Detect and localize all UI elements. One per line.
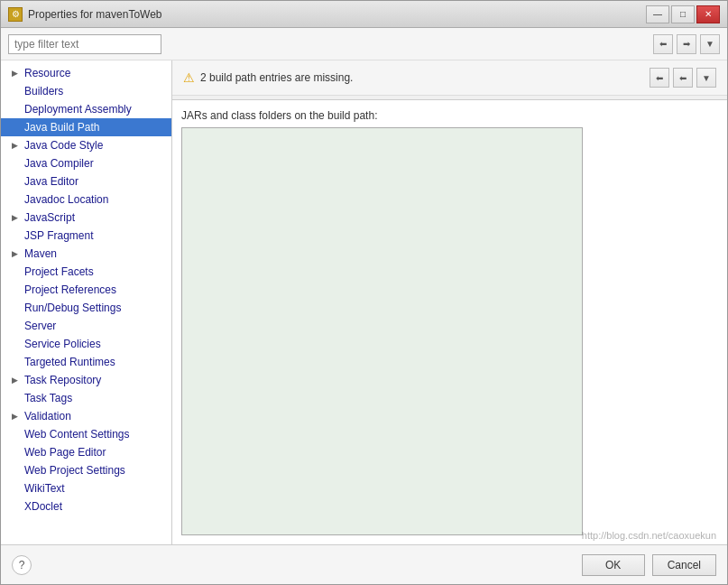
sidebar-item-java-build-path[interactable]: Java Build Path xyxy=(1,118,171,136)
sidebar-item-label: Project References xyxy=(24,283,116,296)
sidebar-item-resource[interactable]: ▶Resource xyxy=(1,64,171,82)
sidebar-item-label: Validation xyxy=(24,410,71,422)
sidebar-item-label: Server xyxy=(24,320,56,332)
help-button[interactable]: ? xyxy=(12,555,32,575)
warning-next-button[interactable]: ⬅ xyxy=(673,68,693,88)
sidebar-item-label: Web Content Settings xyxy=(24,428,130,441)
dropdown-button[interactable]: ▼ xyxy=(700,34,720,54)
sidebar-item-wikitext[interactable]: WikiText xyxy=(1,479,171,497)
sidebar-item-deployment-assembly[interactable]: Deployment Assembly xyxy=(1,100,171,118)
back-button[interactable]: ⬅ xyxy=(653,34,673,54)
sidebar-item-label: WikiText xyxy=(24,482,65,495)
sidebar-item-task-repository[interactable]: ▶Task Repository xyxy=(1,371,171,389)
forward-button[interactable]: ➡ xyxy=(677,34,696,54)
sidebar-item-maven[interactable]: ▶Maven xyxy=(1,245,171,263)
sidebar-item-task-tags[interactable]: Task Tags xyxy=(1,389,171,407)
sidebar-item-jsp-fragment[interactable]: JSP Fragment xyxy=(1,227,171,245)
sidebar-item-project-facets[interactable]: Project Facets xyxy=(1,263,171,281)
sidebar-item-web-page-editor[interactable]: Web Page Editor xyxy=(1,443,171,461)
tree-panel xyxy=(181,127,583,535)
sidebar-item-xdoclet[interactable]: XDoclet xyxy=(1,497,171,515)
panel-label: JARs and class folders on the build path… xyxy=(181,109,718,122)
warning-icon: ⚠ xyxy=(183,70,195,85)
sidebar-item-label: Run/Debug Settings xyxy=(24,302,121,314)
warning-text: ⚠ 2 build path entries are missing. xyxy=(183,70,353,85)
sidebar-item-label: Web Project Settings xyxy=(24,464,125,477)
warning-bar: ⚠ 2 build path entries are missing. ⬅ ⬅ … xyxy=(172,60,727,96)
sidebar-item-label: Web Page Editor xyxy=(24,446,106,459)
main-window: ⚙ Properties for mavenToWeb — □ ✕ ⬅ ➡ ▼ … xyxy=(0,0,728,585)
sidebar-item-builders[interactable]: Builders xyxy=(1,82,171,100)
expand-arrow: ▶ xyxy=(12,69,21,78)
title-bar-left: ⚙ Properties for mavenToWeb xyxy=(8,7,162,22)
sidebar-item-project-references[interactable]: Project References xyxy=(1,281,171,299)
close-button[interactable]: ✕ xyxy=(696,5,720,23)
sidebar: ▶Resource Builders Deployment Assembly J… xyxy=(1,60,172,544)
title-bar-controls: — □ ✕ xyxy=(646,5,720,23)
sidebar-item-label: JavaScript xyxy=(24,211,75,224)
footer-left: ? xyxy=(12,555,32,575)
sidebar-item-java-code-style[interactable]: ▶Java Code Style xyxy=(1,136,171,154)
footer-right: OK Cancel xyxy=(582,554,716,576)
footer: ? OK Cancel xyxy=(1,544,727,584)
sidebar-item-web-content-settings[interactable]: Web Content Settings xyxy=(1,425,171,443)
cancel-button[interactable]: Cancel xyxy=(652,554,716,576)
sidebar-item-label: XDoclet xyxy=(24,500,62,513)
sidebar-item-java-editor[interactable]: Java Editor xyxy=(1,172,171,190)
expand-arrow: ▶ xyxy=(12,213,21,222)
sidebar-item-javascript[interactable]: ▶JavaScript xyxy=(1,209,171,227)
sidebar-item-run-debug-settings[interactable]: Run/Debug Settings xyxy=(1,299,171,317)
warning-prev-button[interactable]: ⬅ xyxy=(650,68,669,88)
sidebar-item-javadoc-location[interactable]: Javadoc Location xyxy=(1,190,171,209)
sidebar-item-label: Deployment Assembly xyxy=(24,103,132,116)
expand-arrow: ▶ xyxy=(12,412,21,421)
toolbar: ⬅ ➡ ▼ xyxy=(1,28,727,60)
sidebar-item-label: Service Policies xyxy=(24,338,101,350)
sidebar-item-java-compiler[interactable]: Java Compiler xyxy=(1,154,171,172)
sidebar-item-label: Java Compiler xyxy=(24,157,94,170)
sidebar-item-label: Java Code Style xyxy=(24,139,103,152)
sidebar-item-label: Resource xyxy=(24,67,70,79)
maximize-button[interactable]: □ xyxy=(671,5,695,23)
sidebar-item-service-policies[interactable]: Service Policies xyxy=(1,335,171,353)
ok-button[interactable]: OK xyxy=(582,554,645,576)
expand-arrow: ▶ xyxy=(12,249,21,258)
warning-message: 2 build path entries are missing. xyxy=(200,71,353,84)
main-content: ▶Resource Builders Deployment Assembly J… xyxy=(1,60,727,544)
warning-dropdown-button[interactable]: ▼ xyxy=(696,68,716,88)
right-panel: ⚠ 2 build path entries are missing. ⬅ ⬅ … xyxy=(172,60,727,544)
sidebar-item-label: Project Facets xyxy=(24,265,94,278)
warning-nav: ⬅ ⬅ ▼ xyxy=(650,68,716,88)
sidebar-item-web-project-settings[interactable]: Web Project Settings xyxy=(1,461,171,479)
filter-input[interactable] xyxy=(8,34,161,54)
app-icon: ⚙ xyxy=(8,7,23,22)
sidebar-item-label: Maven xyxy=(24,247,57,260)
sidebar-item-label: Builders xyxy=(24,85,63,98)
sidebar-item-label: JSP Fragment xyxy=(24,229,93,242)
expand-arrow: ▶ xyxy=(12,141,21,150)
build-path-area xyxy=(181,127,718,535)
action-buttons xyxy=(592,127,718,535)
minimize-button[interactable]: — xyxy=(646,5,669,23)
panel-content: JARs and class folders on the build path… xyxy=(172,100,727,544)
sidebar-item-server[interactable]: Server xyxy=(1,317,171,335)
sidebar-item-label: Javadoc Location xyxy=(24,193,108,206)
title-bar: ⚙ Properties for mavenToWeb — □ ✕ xyxy=(1,1,727,28)
sidebar-item-targeted-runtimes[interactable]: Targeted Runtimes xyxy=(1,353,171,371)
sidebar-item-label: Task Repository xyxy=(24,374,101,386)
sidebar-item-validation[interactable]: ▶Validation xyxy=(1,407,171,425)
sidebar-item-label: Java Editor xyxy=(24,175,78,188)
expand-arrow: ▶ xyxy=(12,376,21,385)
sidebar-item-label: Java Build Path xyxy=(24,121,99,134)
toolbar-nav: ⬅ ➡ ▼ xyxy=(653,34,720,54)
sidebar-item-label: Task Tags xyxy=(24,392,72,404)
sidebar-item-label: Targeted Runtimes xyxy=(24,356,115,368)
window-title: Properties for mavenToWeb xyxy=(28,8,162,21)
